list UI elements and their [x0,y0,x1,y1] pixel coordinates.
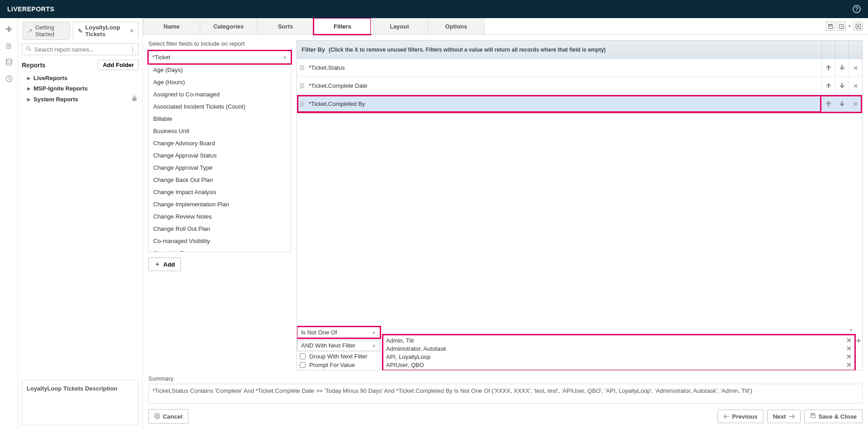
filter-value-text: Administrator, Autotask [386,345,446,352]
field-item[interactable]: Associated Incident Tickets (Count) [149,100,291,113]
editor-tab-name[interactable]: Name [143,18,200,34]
cancel-button[interactable]: ⓧ Cancel [148,409,189,424]
help-icon[interactable]: ? [853,5,861,13]
filter-value-text: API, LoyaltyLoop [386,353,430,360]
tab-loyaltyloop-tickets[interactable]: ✎ LoyaltyLoop Tickets ✕ [73,22,139,40]
filter-row-status[interactable]: *Ticket.Status 🡩 🡫 ✕ [297,59,862,77]
chevron-down-icon: ▼ [372,343,376,348]
remove-icon[interactable]: ✕ [849,59,862,77]
field-item[interactable]: Age (Hours) [149,76,291,88]
search-box[interactable]: ⋮ [22,43,139,55]
field-list[interactable]: Age (Days)Age (Hours)Assigned to Co-mana… [148,64,291,252]
cancel-label: Cancel [163,413,183,420]
field-item[interactable]: Age (Days) [149,64,291,76]
previous-button[interactable]: 🡠 Previous [717,410,763,423]
close-icon[interactable]: ✕ [130,28,134,34]
search-input[interactable] [34,46,130,53]
folder-system-reports[interactable]: ▶ System Reports [24,94,139,105]
editor-tab-categories[interactable]: Categories [200,18,257,34]
editor-tab-layout[interactable]: Layout [371,18,428,34]
remove-icon[interactable]: ✕ [849,77,862,95]
tab-getting-started[interactable]: ↗ Getting Started [23,22,70,40]
drag-handle-icon[interactable] [297,83,307,89]
and-with-next-dropdown[interactable]: AND With Next Filter ▼ [297,340,380,351]
drag-handle-icon[interactable] [297,101,307,107]
chevron-right-icon: ▶ [27,86,31,91]
field-item[interactable]: Assigned to Co-managed [149,88,291,100]
editor-tab-sorts[interactable]: Sorts [257,18,314,34]
field-item[interactable]: Business Unit [149,125,291,137]
save-close-button[interactable]: Save & Close [804,410,863,423]
remove-icon[interactable]: ✕ [849,95,862,113]
editor-toolbar: ✕ ▼ [826,22,868,31]
pencil-icon: ✎ [78,28,83,34]
field-item[interactable]: Change Approval Type [149,162,291,174]
move-up-icon[interactable]: 🡩 [821,95,835,113]
operator-value: Is Not One Of [301,329,337,336]
move-up-icon[interactable]: 🡩 [821,77,835,95]
prompt-checkbox[interactable] [300,362,306,368]
field-item[interactable]: Co-managed Visibility [149,235,291,247]
group-checkbox[interactable] [300,353,306,359]
field-item[interactable]: Change Back Out Plan [149,174,291,186]
save-icon[interactable] [826,22,835,31]
folder-label: System Reports [33,96,78,103]
search-icon [26,46,32,53]
folder-msp-ignite[interactable]: ▶ MSP-Ignite Reports [24,83,139,94]
dropdown-caret-icon[interactable]: ▼ [848,24,852,29]
add-folder-button[interactable]: Add Folder [98,60,139,70]
move-up-icon[interactable]: 🡩 [821,59,835,77]
editor-tab-filters[interactable]: Filters [314,18,371,34]
add-value-icon[interactable]: ＋ [855,327,862,370]
filter-values-box[interactable]: Admin, Tlit✕Administrator, Autotask✕API,… [383,335,855,370]
field-item[interactable]: Complete Date [149,247,291,252]
data-sources-icon[interactable] [5,58,13,68]
move-down-icon[interactable]: 🡫 [835,95,849,113]
editor-tab-options[interactable]: Options [428,18,485,34]
remove-value-icon[interactable]: ✕ [846,353,852,360]
entity-dropdown[interactable]: *Ticket ▼ [148,51,291,64]
field-item[interactable]: Change Review Notes [149,210,291,223]
condition-editor: Is Not One Of ▼ AND With Next Filter ▼ [297,327,862,370]
field-item[interactable]: Change Advisory Board [149,137,291,149]
operator-dropdown[interactable]: Is Not One Of ▼ [297,327,380,338]
next-button[interactable]: Next 🡢 [767,410,801,423]
schedule-icon[interactable] [5,75,13,85]
cancel-icon: ⓧ [154,412,160,420]
prompt-for-value-check[interactable]: Prompt For Value [297,362,380,368]
icon-rail: ✚ 🗎 [0,18,18,429]
move-down-icon[interactable]: 🡫 [835,59,849,77]
folder-livereports[interactable]: ▶ LiveReports [24,73,139,83]
filter-row-completed-by[interactable]: *Ticket.Completed By 🡩 🡫 ✕ [297,95,862,113]
add-field-button[interactable]: ＋ Add [148,257,181,271]
svg-point-0 [6,59,12,61]
value-dropdown-caret[interactable]: ▼ [849,328,853,333]
filter-row-complete-date[interactable]: *Ticket.Complete Date 🡩 🡫 ✕ [297,77,862,95]
drag-handle-icon[interactable] [297,65,307,71]
report-tree: ▶ LiveReports ▶ MSP-Ignite Reports ▶ Sys… [22,73,139,105]
document-icon[interactable]: 🗎 [5,42,13,51]
run-icon[interactable] [854,22,863,31]
save-icon [810,413,816,420]
remove-value-icon[interactable]: ✕ [846,345,852,352]
summary-text: *Ticket.Status Contains 'Complete' And *… [148,384,863,404]
save-close-label: Save & Close [819,413,857,420]
previous-label: Previous [732,413,757,420]
new-report-icon[interactable]: ✚ [5,24,12,34]
editor-footer: ⓧ Cancel 🡠 Previous Next 🡢 Save & Close [143,404,868,429]
report-description: LoyaltyLoop Tickets Description [22,380,139,425]
folder-label: LiveReports [33,75,67,81]
remove-value-icon[interactable]: ✕ [846,361,852,368]
search-options-icon[interactable]: ⋮ [130,46,135,53]
field-item[interactable]: Billable [149,113,291,125]
move-down-icon[interactable]: 🡫 [835,77,849,95]
field-item[interactable]: Change Impact Analysis [149,186,291,198]
group-with-next-check[interactable]: Group With Next Filter [297,353,380,360]
field-item[interactable]: Change Roll Out Plan [149,223,291,235]
delete-icon[interactable]: ✕ [837,22,846,31]
next-label: Next [773,413,786,420]
field-item[interactable]: Change Approval Status [149,149,291,162]
remove-value-icon[interactable]: ✕ [846,337,852,344]
field-item[interactable]: Change Implementation Plan [149,198,291,210]
svg-point-2 [27,47,30,50]
